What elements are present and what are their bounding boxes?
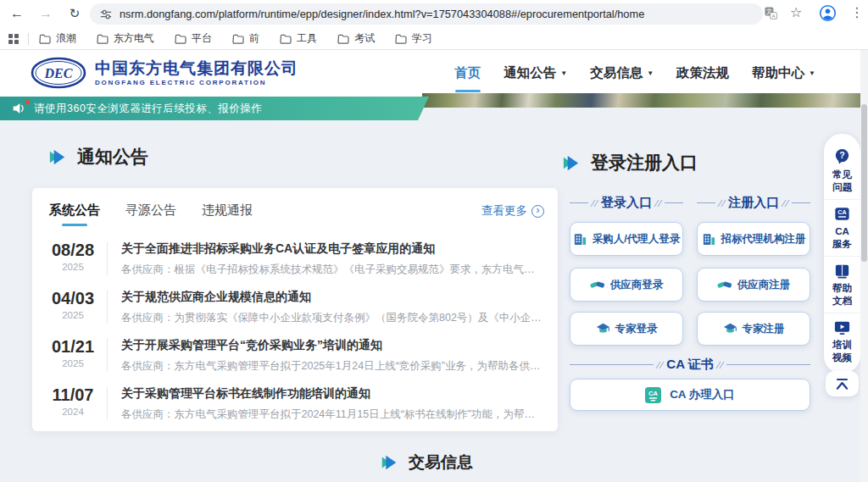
notice-tabs: 系统公告 寻源公告 违规通报 查看更多 › xyxy=(32,188,558,230)
quick-label: CA服务 xyxy=(832,225,853,251)
notice-title: 关于全面推进非招标采购业务CA认证及电子签章应用的通知 xyxy=(121,241,542,257)
bookmark-label: 工具 xyxy=(297,31,317,46)
quick-label: 帮助文档 xyxy=(832,282,853,307)
tab-sourcing-notices[interactable]: 寻源公告 xyxy=(125,202,176,219)
notice-year: 2025 xyxy=(49,310,97,320)
speaker-icon xyxy=(12,102,26,114)
section-arrow-icon xyxy=(47,147,67,167)
browser-toolbar: ← → ↻ nsrm.dongfang.com/platform/runtime… xyxy=(0,0,868,28)
help-docs-shortcut[interactable]: 帮助文档 xyxy=(824,256,860,313)
company-name-en: DONGFANG ELECTRIC CORPORATION xyxy=(95,79,298,86)
scrollbar-track[interactable] xyxy=(860,50,868,482)
nav-trade-info[interactable]: 交易信息 ▼ xyxy=(590,64,654,82)
ca-glyph: CA xyxy=(837,209,846,216)
login-section-title: 登录注册入口 xyxy=(591,151,698,175)
folder-icon xyxy=(232,34,244,44)
dec-logo-text: DEC xyxy=(44,66,73,80)
notice-year: 2025 xyxy=(49,262,97,272)
notice-date: 08/28 xyxy=(49,241,97,259)
view-more-link[interactable]: 查看更多 › xyxy=(481,203,544,219)
notice-text-block: 关于采购管理平台标书在线制作功能培训的通知 各供应商：东方电气采购管理平台拟于2… xyxy=(121,385,542,422)
notification-dot xyxy=(25,100,30,104)
handshake-icon xyxy=(717,278,732,291)
tab-violation-reports[interactable]: 违规通报 xyxy=(202,202,253,219)
building-icon xyxy=(573,232,587,247)
nav-home[interactable]: 首页 xyxy=(454,64,481,82)
supplier-login-button[interactable]: 供应商登录 xyxy=(570,268,683,302)
apps-grid-icon[interactable] xyxy=(8,33,19,45)
bidding-agency-register-button[interactable]: 招标代理机构注册 xyxy=(697,222,810,256)
bookmark-folder-dongfang[interactable]: 东方电气 xyxy=(97,31,154,46)
notice-summary: 各供应商：东方电气采购管理平台拟于2025年1月24日上线“竞价采购”业务，为帮… xyxy=(121,359,542,374)
notice-text-block: 关于开展采购管理平台“竞价采购业务”培训的通知 各供应商：东方电气采购管理平台拟… xyxy=(121,337,542,374)
supplier-register-button[interactable]: 供应商注册 xyxy=(697,268,810,302)
translate-icon[interactable]: 文 A xyxy=(765,7,777,22)
notice-date-block: 01/21 2025 xyxy=(49,337,97,368)
browser-menu-icon[interactable]: ⋮ xyxy=(850,4,864,20)
notice-row[interactable]: 04/03 2025 关于规范供应商企业规模信息的通知 各供应商：为贯彻落实《保… xyxy=(32,283,558,331)
back-to-top-button[interactable] xyxy=(826,371,859,396)
handshake-icon xyxy=(590,278,605,291)
building-icon xyxy=(702,232,716,247)
bookmark-folder-platform[interactable]: 平台 xyxy=(175,31,212,46)
nav-policies[interactable]: 政策法规 xyxy=(676,64,729,82)
notice-row[interactable]: 08/28 2025 关于全面推进非招标采购业务CA认证及电子签章应用的通知 各… xyxy=(32,235,558,283)
reload-icon[interactable]: ↻ xyxy=(64,4,85,23)
buyer-agent-login-button[interactable]: 采购人/代理人登录 xyxy=(570,222,683,256)
announcement-text: 请使用360安全浏览器进行后续投标、报价操作 xyxy=(34,102,262,116)
notice-year: 2024 xyxy=(49,407,97,417)
bookmark-folder-langchao[interactable]: 浪潮 xyxy=(39,31,76,46)
login-group-text: 登录入口 xyxy=(601,195,652,211)
notice-card: 系统公告 寻源公告 违规通报 查看更多 › 08/28 2025 关于全面推进非… xyxy=(32,188,558,431)
bookmark-label: 东方电气 xyxy=(114,31,154,46)
expert-login-button[interactable]: 专家登录 xyxy=(570,312,683,346)
video-monitor-icon xyxy=(833,319,851,336)
graduation-cap-icon xyxy=(723,322,737,335)
nav-help-center[interactable]: 帮助中心 ▼ xyxy=(752,64,815,82)
notice-list: 08/28 2025 关于全面推进非招标采购业务CA认证及电子签章应用的通知 各… xyxy=(32,230,558,428)
bookmark-folder-tools[interactable]: 工具 xyxy=(280,31,317,46)
profile-avatar-icon[interactable] xyxy=(819,4,837,25)
faq-shortcut[interactable]: ? 常见问题 xyxy=(824,141,860,199)
notice-date: 11/07 xyxy=(49,385,97,404)
training-videos-shortcut[interactable]: 培训视频 xyxy=(824,313,860,369)
nav-policies-label: 政策法规 xyxy=(676,64,729,82)
ca-card-icon: CA xyxy=(645,387,661,403)
notice-row[interactable]: 01/21 2025 关于开展采购管理平台“竞价采购业务”培训的通知 各供应商：… xyxy=(32,331,558,380)
folder-icon xyxy=(39,34,51,44)
bookmark-folder-study[interactable]: 学习 xyxy=(395,31,432,46)
company-logo[interactable]: DEC 中国东方电气集团有限公司 DONGFANG ELECTRIC CORPO… xyxy=(31,57,298,89)
notice-row[interactable]: 11/07 2024 关于采购管理平台标书在线制作功能培训的通知 各供应商：东方… xyxy=(32,380,558,428)
bookmark-folder-exam[interactable]: 考试 xyxy=(337,31,375,46)
address-bar[interactable]: nsrm.dongfang.com/platform/runtime/epp/d… xyxy=(90,3,763,25)
forward-icon[interactable]: → xyxy=(36,4,56,23)
nav-notices[interactable]: 通知公告 ▼ xyxy=(504,64,567,82)
expert-register-button[interactable]: 专家注册 xyxy=(697,312,810,346)
tab-system-notices[interactable]: 系统公告 xyxy=(49,202,100,219)
company-name-block: 中国东方电气集团有限公司 DONGFANG ELECTRIC CORPORATI… xyxy=(95,59,298,87)
login-group-label: 登录入口 xyxy=(570,195,683,211)
bookmark-star-icon[interactable]: ☆ xyxy=(790,4,802,20)
notice-date-block: 04/03 2025 xyxy=(49,289,97,320)
chevron-down-icon: ▼ xyxy=(560,69,567,77)
folder-icon xyxy=(175,34,186,44)
nav-trade-info-label: 交易信息 xyxy=(590,64,643,82)
ca-service-shortcut[interactable]: CA CA服务 xyxy=(824,199,860,256)
button-label: CA 办理入口 xyxy=(670,387,735,402)
ca-icon-text: CA xyxy=(648,389,658,396)
bookmark-label: 考试 xyxy=(354,31,375,46)
divider xyxy=(107,387,108,420)
button-label: 采购人/代理人登录 xyxy=(593,232,680,247)
bookmark-folder-front[interactable]: 前 xyxy=(232,31,259,46)
main-nav: 首页 通知公告 ▼ 交易信息 ▼ 政策法规 帮助中心 ▼ xyxy=(454,50,815,97)
quick-label: 常见问题 xyxy=(832,169,853,194)
button-label: 专家登录 xyxy=(615,322,658,336)
bookmark-label: 学习 xyxy=(412,31,432,46)
scrollbar-thumb[interactable] xyxy=(861,104,867,262)
ca-group-text: CA 证书 xyxy=(666,357,713,373)
ca-apply-button[interactable]: CA CA 办理入口 xyxy=(570,379,810,411)
notice-title: 关于开展采购管理平台“竞价采购业务”培训的通知 xyxy=(121,338,542,353)
bookmark-label: 前 xyxy=(249,31,259,46)
back-icon[interactable]: ← xyxy=(7,4,27,23)
notice-date: 01/21 xyxy=(49,337,97,356)
